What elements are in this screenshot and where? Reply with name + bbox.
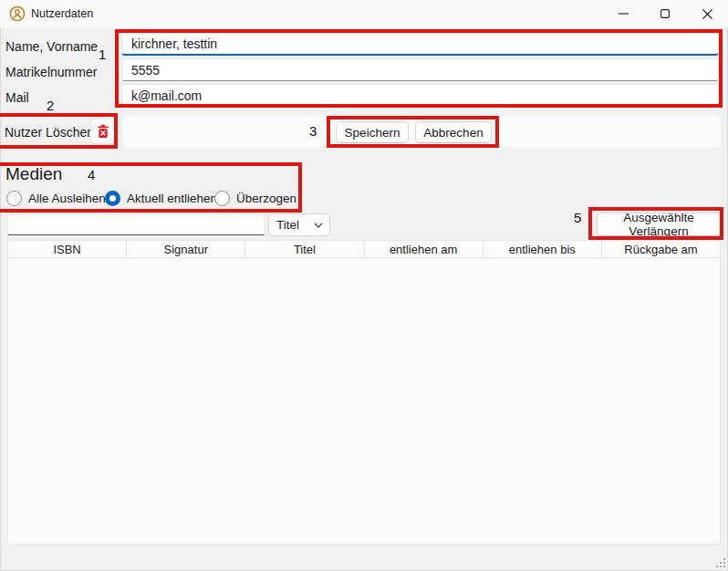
medien-heading: Medien [5, 164, 62, 184]
nutzerdaten-window: Nutzerdaten Name, Vorname Matrikelnummer… [0, 0, 728, 571]
extend-selected-button[interactable]: Ausgewählte Verlängern [597, 213, 721, 236]
chevron-down-icon [314, 223, 323, 228]
maximize-icon [660, 9, 670, 18]
annotation-number-4: 4 [88, 167, 95, 182]
cancel-button[interactable]: Abbrechen [415, 121, 492, 143]
close-icon [702, 9, 712, 19]
radio-circle-icon [6, 191, 22, 206]
radio-label: Überzogen [236, 192, 296, 205]
annotation-number-5: 5 [574, 210, 581, 225]
save-button[interactable]: Speichern [336, 121, 409, 143]
column-header-rueckgabe-am[interactable]: Rückgabe am [601, 241, 720, 257]
name-label: Name, Vorname [5, 40, 98, 53]
column-header-entliehen-bis[interactable]: entliehen bis [483, 241, 601, 257]
radio-ueberzogen[interactable]: Überzogen [214, 189, 296, 207]
user-app-icon [9, 5, 26, 22]
column-header-isbn[interactable]: ISBN [8, 241, 126, 257]
media-search-input[interactable] [7, 214, 265, 235]
delete-user-label: Nutzer Löschen [5, 125, 94, 140]
minimize-icon [619, 13, 629, 15]
close-button[interactable] [686, 0, 728, 27]
radio-circle-selected-icon [105, 191, 120, 206]
matrikelnummer-input[interactable] [121, 58, 719, 81]
media-table: ISBN Signatur Titel entliehen am entlieh… [7, 240, 721, 545]
titlebar: Nutzerdaten [0, 0, 728, 27]
radio-circle-icon [214, 191, 230, 206]
column-header-entliehen-am[interactable]: entliehen am [364, 241, 483, 257]
mail-input[interactable] [121, 84, 719, 107]
minimize-button[interactable] [602, 0, 644, 27]
column-header-titel[interactable]: Titel [244, 241, 363, 257]
maximize-button[interactable] [644, 0, 686, 27]
radio-aktuell-entliehen[interactable]: Aktuell entliehen [105, 189, 217, 207]
radio-label: Aktuell entliehen [127, 192, 217, 205]
trash-x-icon [96, 124, 110, 139]
matrikelnummer-label: Matrikelnummer [5, 66, 97, 78]
delete-user-button[interactable] [90, 119, 116, 144]
window-title: Nutzerdaten [31, 7, 93, 20]
radio-label: Alle Ausleihen [28, 192, 106, 205]
radio-alle-ausleihen[interactable]: Alle Ausleihen [6, 189, 106, 207]
name-input[interactable] [121, 33, 719, 56]
column-header-signatur[interactable]: Signatur [126, 241, 244, 257]
mail-label: Mail [5, 91, 29, 104]
annotation-number-2: 2 [47, 98, 54, 113]
annotation-number-1: 1 [99, 47, 106, 62]
filter-dropdown[interactable]: Titel [268, 213, 330, 236]
resize-grip[interactable] [714, 556, 725, 567]
filter-dropdown-value: Titel [276, 218, 299, 232]
table-header-row: ISBN Signatur Titel entliehen am entlieh… [8, 241, 720, 258]
table-body-empty [8, 258, 720, 544]
